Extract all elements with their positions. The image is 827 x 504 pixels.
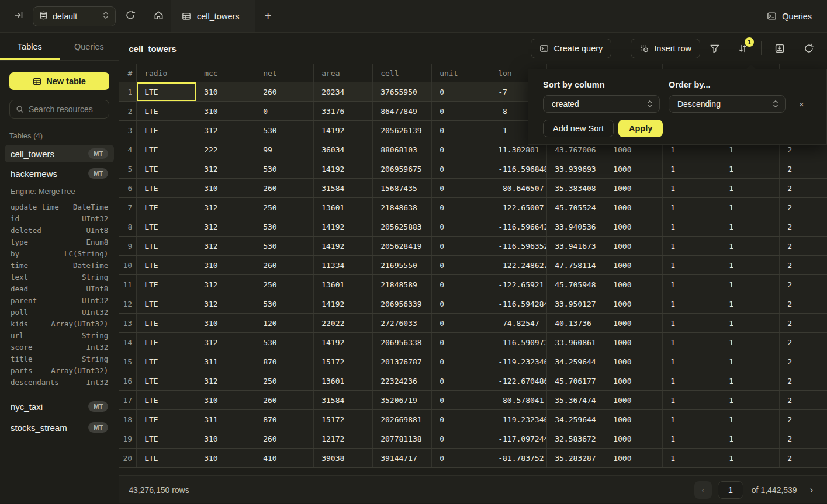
table-cell[interactable]: 2 bbox=[780, 275, 827, 294]
table-cell[interactable]: 0 bbox=[432, 391, 490, 409]
table-cell[interactable]: 36034 bbox=[314, 140, 373, 159]
table-cell[interactable]: 1 bbox=[721, 333, 780, 352]
table-cell[interactable]: 1000 bbox=[605, 237, 663, 255]
table-cell[interactable]: 14192 bbox=[314, 333, 373, 352]
table-cell[interactable]: 312 bbox=[196, 217, 255, 236]
table-cell[interactable]: 311 bbox=[196, 410, 255, 429]
table-cell[interactable]: 2 bbox=[780, 294, 827, 313]
filter-button[interactable] bbox=[706, 40, 724, 57]
table-cell[interactable]: LTE bbox=[137, 429, 196, 448]
table-cell[interactable]: 205628419 bbox=[373, 237, 432, 255]
table-cell[interactable]: 1 bbox=[663, 371, 721, 390]
table-cell[interactable]: 2 bbox=[780, 333, 827, 352]
sidebar-item-cell-towers[interactable]: cell_towers MT bbox=[5, 145, 114, 162]
table-cell[interactable]: 530 bbox=[255, 333, 314, 352]
sort-order-select[interactable]: Descending bbox=[669, 95, 786, 113]
table-cell[interactable]: 1 bbox=[663, 198, 721, 217]
table-cell[interactable]: 0 bbox=[432, 121, 490, 140]
table-cell[interactable]: 310 bbox=[196, 256, 255, 274]
table-cell[interactable]: 1 bbox=[721, 449, 780, 467]
next-page-button[interactable]: › bbox=[805, 482, 818, 498]
table-cell[interactable]: 22022 bbox=[314, 314, 373, 332]
table-cell[interactable]: 310 bbox=[196, 429, 255, 448]
table-cell[interactable]: -117.097244 bbox=[490, 429, 547, 448]
table-cell[interactable]: 2 bbox=[780, 217, 827, 236]
table-cell[interactable]: -81.783752 bbox=[490, 449, 547, 467]
table-cell[interactable]: 13601 bbox=[314, 371, 373, 390]
table-cell[interactable]: 1 bbox=[721, 275, 780, 294]
table-cell[interactable]: 45.706177 bbox=[547, 371, 605, 390]
table-cell[interactable]: LTE bbox=[137, 140, 196, 159]
table-cell[interactable]: 1 bbox=[721, 217, 780, 236]
table-cell[interactable]: 0 bbox=[432, 179, 490, 197]
table-cell[interactable]: 21848638 bbox=[373, 198, 432, 217]
table-cell[interactable]: 1000 bbox=[605, 410, 663, 429]
table-cell[interactable]: 12172 bbox=[314, 429, 373, 448]
table-cell[interactable]: LTE bbox=[137, 198, 196, 217]
table-cell[interactable]: LTE bbox=[137, 410, 196, 429]
table-cell[interactable]: 1 bbox=[663, 391, 721, 409]
table-cell[interactable]: 14192 bbox=[314, 121, 373, 140]
table-cell[interactable]: 0 bbox=[432, 198, 490, 217]
table-cell[interactable]: 33.950127 bbox=[547, 294, 605, 313]
refresh-table-button[interactable] bbox=[800, 40, 818, 57]
table-cell[interactable]: 312 bbox=[196, 198, 255, 217]
table-cell[interactable]: 39144717 bbox=[373, 449, 432, 467]
table-cell[interactable]: 2 bbox=[780, 352, 827, 371]
table-cell[interactable]: 1 bbox=[721, 314, 780, 332]
table-cell[interactable]: 310 bbox=[196, 314, 255, 332]
table-cell[interactable]: 410 bbox=[255, 449, 314, 467]
table-cell[interactable]: 20234 bbox=[314, 82, 373, 101]
table-cell[interactable]: 1 bbox=[721, 352, 780, 371]
table-cell[interactable]: 1 bbox=[721, 294, 780, 313]
table-cell[interactable]: LTE bbox=[137, 256, 196, 274]
table-cell[interactable]: 201376787 bbox=[373, 352, 432, 371]
table-cell[interactable]: 22324236 bbox=[373, 371, 432, 390]
table-cell[interactable]: 45.705948 bbox=[547, 275, 605, 294]
table-cell[interactable]: 530 bbox=[255, 217, 314, 236]
table-cell[interactable]: 0 bbox=[432, 429, 490, 448]
table-cell[interactable]: 0 bbox=[432, 352, 490, 371]
table-cell[interactable]: 206956339 bbox=[373, 294, 432, 313]
table-cell[interactable]: 202669881 bbox=[373, 410, 432, 429]
sidebar-tab-queries[interactable]: Queries bbox=[60, 33, 119, 60]
table-cell[interactable]: -80.578041 bbox=[490, 391, 547, 409]
table-cell[interactable]: 35.367474 bbox=[547, 391, 605, 409]
table-cell[interactable]: -116.596848 bbox=[490, 159, 547, 178]
table-cell[interactable]: 1 bbox=[663, 217, 721, 236]
column-header[interactable]: area bbox=[314, 64, 373, 82]
table-cell[interactable]: 15172 bbox=[314, 410, 373, 429]
table-cell[interactable]: -116.594284 bbox=[490, 294, 547, 313]
table-cell[interactable]: 205625883 bbox=[373, 217, 432, 236]
table-cell[interactable]: 21695550 bbox=[373, 256, 432, 274]
table-cell[interactable]: 1 bbox=[663, 449, 721, 467]
prev-page-button[interactable]: ‹ bbox=[694, 481, 712, 499]
column-header[interactable]: # bbox=[119, 64, 137, 82]
table-cell[interactable]: 1 bbox=[721, 429, 780, 448]
table-cell[interactable]: -119.232346 bbox=[490, 410, 547, 429]
table-cell[interactable]: 1000 bbox=[605, 333, 663, 352]
table-cell[interactable]: 1000 bbox=[605, 217, 663, 236]
table-cell[interactable]: -119.232346 bbox=[490, 352, 547, 371]
table-cell[interactable]: 206959675 bbox=[373, 159, 432, 178]
table-cell[interactable]: 0 bbox=[432, 275, 490, 294]
column-header[interactable]: mcc bbox=[196, 64, 255, 82]
table-cell[interactable]: 37655950 bbox=[373, 82, 432, 101]
sort-column-select[interactable]: created bbox=[543, 95, 660, 113]
table-cell[interactable]: 15687435 bbox=[373, 179, 432, 197]
column-header[interactable]: radio bbox=[137, 64, 196, 82]
table-cell[interactable]: 1 bbox=[721, 371, 780, 390]
table-cell[interactable]: 250 bbox=[255, 275, 314, 294]
table-cell[interactable]: 33.960861 bbox=[547, 333, 605, 352]
table-cell[interactable]: 2 bbox=[780, 198, 827, 217]
table-cell[interactable]: 14192 bbox=[314, 217, 373, 236]
search-input[interactable] bbox=[29, 105, 103, 114]
table-cell[interactable]: 27276033 bbox=[373, 314, 432, 332]
sort-button[interactable]: 1 bbox=[734, 40, 752, 57]
table-cell[interactable]: 0 bbox=[432, 371, 490, 390]
table-cell[interactable]: 99 bbox=[255, 140, 314, 159]
table-cell[interactable]: 2 bbox=[780, 371, 827, 390]
table-cell[interactable]: 1000 bbox=[605, 449, 663, 467]
table-cell[interactable]: 2 bbox=[780, 256, 827, 274]
table-cell[interactable]: 207781138 bbox=[373, 429, 432, 448]
